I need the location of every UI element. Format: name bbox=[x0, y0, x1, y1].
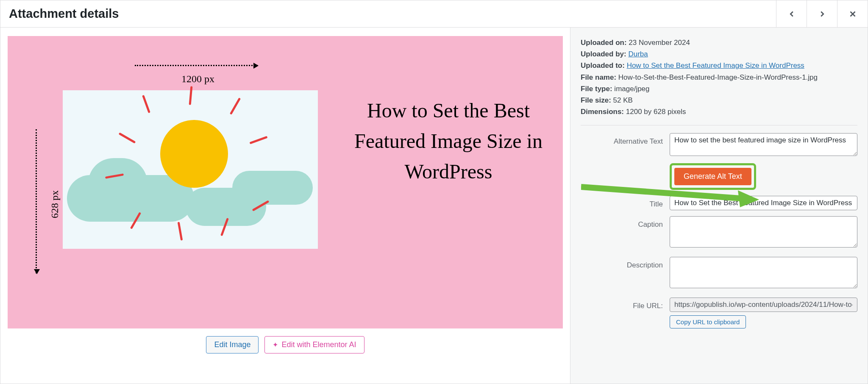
alt-text-input[interactable] bbox=[670, 133, 857, 156]
title-input[interactable] bbox=[670, 196, 857, 210]
edit-elementor-label: Edit with Elementor AI bbox=[281, 340, 356, 349]
edit-elementor-ai-button[interactable]: ✦ Edit with Elementor AI bbox=[264, 336, 364, 353]
title-row: Title bbox=[581, 196, 857, 210]
chevron-left-icon bbox=[787, 9, 796, 19]
width-dimension-line bbox=[135, 65, 258, 66]
height-dimension-line bbox=[36, 129, 37, 273]
modal-body: 1200 px 628 px bbox=[0, 28, 868, 384]
caption-row: Caption bbox=[581, 216, 857, 251]
generate-highlight-box: Generate Alt Text bbox=[670, 163, 756, 190]
preview-actions: Edit Image ✦ Edit with Elementor AI bbox=[206, 336, 364, 353]
next-attachment-button[interactable] bbox=[807, 0, 837, 27]
meta-divider bbox=[581, 125, 857, 125]
cloud-shape bbox=[88, 158, 147, 209]
caption-label: Caption bbox=[581, 216, 670, 230]
close-modal-button[interactable] bbox=[837, 0, 868, 27]
meta-file-size: File size: 52 KB bbox=[581, 95, 857, 106]
alt-text-row: Alternative Text Generate Alt Text bbox=[581, 133, 857, 189]
close-icon bbox=[848, 9, 857, 19]
modal-title: Attachment details bbox=[9, 7, 119, 21]
edit-image-button[interactable]: Edit Image bbox=[206, 336, 259, 353]
meta-uploaded-by: Uploaded by: Durba bbox=[581, 48, 857, 60]
file-url-row: File URL: Copy URL to clipboard bbox=[581, 298, 857, 328]
meta-uploaded-to: Uploaded to: How to Set the Best Feature… bbox=[581, 60, 857, 71]
sun-shape bbox=[160, 120, 228, 188]
copy-url-button[interactable]: Copy URL to clipboard bbox=[670, 315, 746, 328]
sparkle-icon: ✦ bbox=[273, 341, 278, 349]
modal-header: Attachment details bbox=[0, 0, 868, 28]
meta-dimensions: Dimensions: 1200 by 628 pixels bbox=[581, 106, 857, 117]
sun-ray bbox=[178, 222, 183, 240]
sun-ray bbox=[142, 95, 150, 113]
meta-file-name: File name: How-to-Set-the-Best-Featured-… bbox=[581, 72, 857, 83]
header-nav-buttons bbox=[776, 0, 868, 27]
title-label: Title bbox=[581, 196, 670, 210]
description-label: Description bbox=[581, 257, 670, 271]
description-input[interactable] bbox=[670, 257, 857, 288]
generate-alt-text-button[interactable]: Generate Alt Text bbox=[674, 168, 751, 185]
image-overlay-text: How to Set the Best Featured Image Size … bbox=[347, 95, 550, 187]
sun-ray bbox=[189, 86, 193, 105]
meta-uploaded-on: Uploaded on: 23 November 2024 bbox=[581, 37, 857, 48]
preview-pane: 1200 px 628 px bbox=[0, 28, 570, 384]
file-url-input[interactable] bbox=[670, 298, 857, 312]
prev-attachment-button[interactable] bbox=[776, 0, 807, 27]
attachment-details-modal: Attachment details 1200 px 628 px bbox=[0, 0, 868, 384]
sun-ray bbox=[230, 97, 241, 115]
sun-illustration-card bbox=[63, 90, 318, 249]
uploaded-by-link[interactable]: Durba bbox=[628, 50, 648, 58]
description-row: Description bbox=[581, 257, 857, 292]
caption-input[interactable] bbox=[670, 216, 857, 248]
height-dimension-label: 628 px bbox=[49, 190, 61, 218]
attachment-preview-image: 1200 px 628 px bbox=[8, 36, 563, 328]
sun-ray bbox=[119, 132, 136, 143]
chevron-right-icon bbox=[818, 9, 827, 19]
uploaded-to-link[interactable]: How to Set the Best Featured Image Size … bbox=[627, 61, 804, 70]
meta-file-type: File type: image/jpeg bbox=[581, 83, 857, 95]
alt-text-label: Alternative Text bbox=[581, 133, 670, 147]
metadata-pane: Uploaded on: 23 November 2024 Uploaded b… bbox=[570, 28, 868, 384]
file-url-label: File URL: bbox=[581, 298, 670, 312]
width-dimension-label: 1200 px bbox=[181, 73, 214, 85]
sun-ray bbox=[249, 136, 267, 145]
